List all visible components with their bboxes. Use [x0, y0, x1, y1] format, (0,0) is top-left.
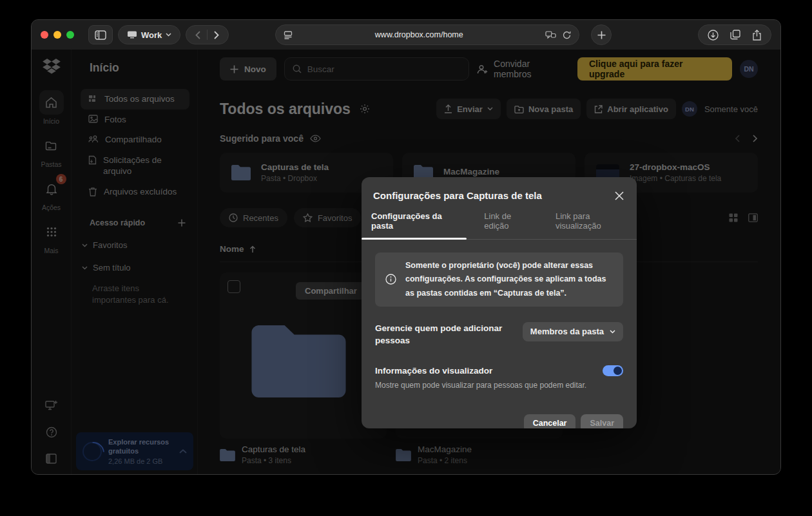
active-tab-underline: [362, 238, 467, 240]
close-icon[interactable]: [615, 191, 624, 200]
owner-info-banner: Somente o proprietário (você) pode alter…: [375, 253, 623, 307]
address-bar[interactable]: www.dropbox.com/home: [275, 24, 579, 45]
cancel-button[interactable]: Cancelar: [524, 414, 576, 428]
traffic-lights: [41, 31, 74, 39]
reload-icon[interactable]: [563, 31, 571, 39]
sidebar-toggle-icon: [95, 30, 106, 40]
share-icon[interactable]: [752, 30, 762, 41]
reader-mode-icon[interactable]: [284, 31, 293, 39]
minimize-window-button[interactable]: [53, 31, 61, 39]
browser-window: Work www.drop: [31, 19, 781, 475]
viewer-info-label: Informações do visualizador: [375, 366, 492, 376]
tab-overview-icon[interactable]: [730, 30, 740, 40]
url-text: www.dropbox.com/home: [293, 30, 545, 39]
tab-edit-link[interactable]: Link de edição: [484, 211, 537, 239]
manage-access-label: Gerencie quem pode adicionar pessoas: [375, 322, 504, 347]
forward-button[interactable]: [208, 26, 226, 43]
folder-settings-modal: Configurações para Capturas de tela Conf…: [362, 177, 637, 428]
toggle-knob: [614, 367, 622, 375]
modal-title: Configurações para Capturas de tela: [373, 190, 542, 201]
new-tab-button[interactable]: [591, 24, 612, 45]
owner-info-text: Somente o proprietário (você) pode alter…: [405, 259, 613, 300]
profile-switcher[interactable]: Work: [118, 25, 180, 44]
browser-toolbar: Work www.drop: [32, 20, 780, 50]
profile-label: Work: [141, 30, 162, 40]
downloads-icon[interactable]: [708, 30, 719, 41]
toolbar-icon-tray: [698, 24, 771, 45]
back-button[interactable]: [189, 26, 207, 43]
viewer-info-toggle[interactable]: [603, 365, 623, 376]
screen: Work www.drop: [0, 0, 812, 516]
save-button[interactable]: Salvar: [581, 414, 623, 428]
display-icon: [127, 30, 137, 39]
info-icon: [385, 274, 396, 285]
chevron-down-icon: [610, 330, 615, 334]
zoom-window-button[interactable]: [66, 31, 74, 39]
viewer-info-description: Mostre quem pode visualizar para pessoas…: [375, 381, 623, 390]
browser-sidebar-toggle[interactable]: [88, 25, 113, 44]
modal-tabs: Configurações da pasta Link de edição Li…: [362, 211, 637, 240]
tab-folder-settings[interactable]: Configurações da pasta: [371, 211, 465, 239]
members-dropdown[interactable]: Membros da pasta: [523, 322, 623, 341]
chevron-down-icon: [166, 33, 171, 37]
history-nav: [186, 25, 229, 44]
tab-view-link[interactable]: Link para visualização: [556, 211, 637, 239]
close-window-button[interactable]: [41, 31, 48, 39]
translate-icon[interactable]: [545, 31, 556, 39]
